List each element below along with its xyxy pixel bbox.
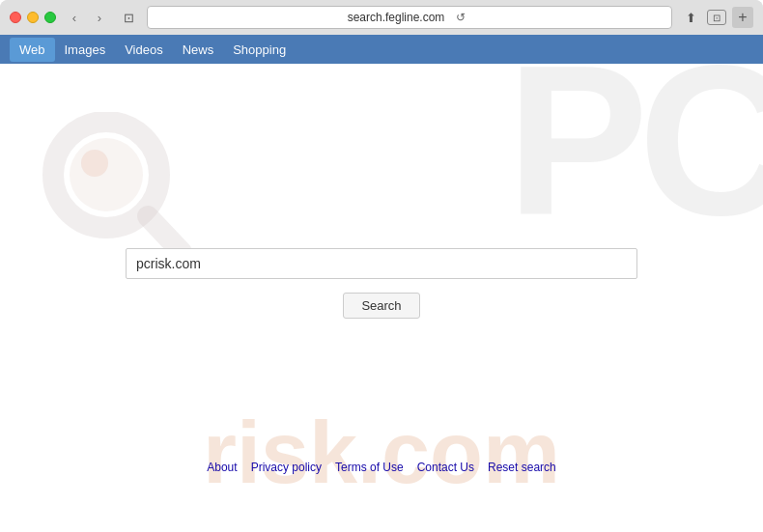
maximize-button[interactable] xyxy=(44,12,56,23)
footer-link-about[interactable]: About xyxy=(207,461,237,474)
footer-link-contact-us[interactable]: Contact Us xyxy=(417,461,474,474)
forward-button[interactable]: › xyxy=(89,7,110,28)
tab-overview-button[interactable]: ⊡ xyxy=(118,7,139,28)
new-tab-button[interactable]: + xyxy=(732,7,753,28)
minimize-button[interactable] xyxy=(27,12,39,23)
tab-images[interactable]: Images xyxy=(55,38,116,62)
footer-link-terms-of-use[interactable]: Terms of Use xyxy=(335,461,404,474)
pc-watermark-text: PC xyxy=(506,64,763,247)
reload-button[interactable]: ↺ xyxy=(450,7,471,28)
footer-link-privacy-policy[interactable]: Privacy policy xyxy=(251,461,322,474)
magnifier-watermark-icon xyxy=(39,112,193,266)
tab-web[interactable]: Web xyxy=(10,38,55,62)
svg-line-3 xyxy=(148,216,182,252)
search-input[interactable] xyxy=(126,248,637,279)
tab-videos[interactable]: Videos xyxy=(115,38,173,62)
search-area: Search xyxy=(126,248,637,319)
close-button[interactable] xyxy=(10,12,21,23)
svg-point-1 xyxy=(70,138,143,211)
tab-shopping[interactable]: Shopping xyxy=(223,38,296,62)
tabs-button[interactable]: ⊡ xyxy=(707,10,726,25)
nav-tabs-bar: Web Images Videos News Shopping xyxy=(0,35,763,64)
nav-buttons: ‹ › xyxy=(64,7,110,28)
back-button[interactable]: ‹ xyxy=(64,7,85,28)
svg-point-0 xyxy=(53,122,159,228)
svg-point-2 xyxy=(81,150,108,177)
footer-links: About Privacy policy Terms of Use Contac… xyxy=(0,461,763,474)
title-bar: ‹ › ⊡ search.fegline.com ↺ ⬆ ⊡ + xyxy=(0,0,763,35)
toolbar-right: ⬆ ⊡ + xyxy=(680,7,753,28)
search-button[interactable]: Search xyxy=(343,293,420,319)
risk-watermark-text: risk.com xyxy=(203,404,560,503)
page-content: PC risk.com Search About Privacy policy … xyxy=(0,64,763,532)
url-text: search.fegline.com xyxy=(348,11,445,24)
traffic-lights xyxy=(10,12,56,23)
url-bar[interactable]: search.fegline.com ↺ xyxy=(147,6,672,29)
tab-news[interactable]: News xyxy=(173,38,224,62)
browser-chrome: ‹ › ⊡ search.fegline.com ↺ ⬆ ⊡ + Web Ima… xyxy=(0,0,763,64)
footer-link-reset-search[interactable]: Reset search xyxy=(488,461,556,474)
share-button[interactable]: ⬆ xyxy=(680,7,701,28)
